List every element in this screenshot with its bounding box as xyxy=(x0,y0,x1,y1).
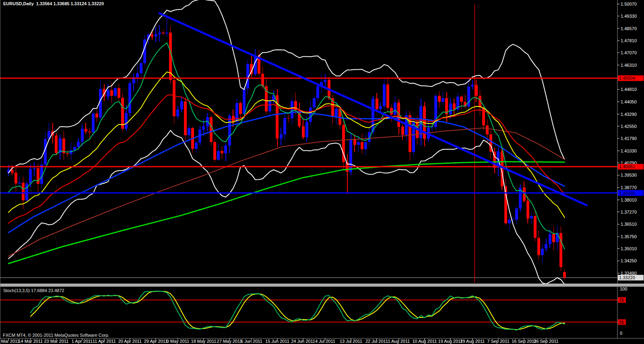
candle-body xyxy=(453,103,456,109)
candle-body xyxy=(162,33,165,33)
candle-body xyxy=(475,85,478,96)
candle-body xyxy=(534,216,537,238)
date-tick-label[interactable]: 1 Apr 2011 xyxy=(72,339,93,344)
candle-body xyxy=(18,183,21,183)
price-tick-label: 1.49330 xyxy=(621,14,637,19)
candle-body xyxy=(515,208,518,219)
price-tick-label: 1.41790 xyxy=(621,136,637,141)
date-tick-label[interactable]: 4 Jul 2011 xyxy=(315,339,335,344)
date-tick-label[interactable]: 10 Aug 2011 xyxy=(412,339,437,344)
date-tick-label[interactable]: 14 Mar 2011 xyxy=(18,339,43,344)
candle-body xyxy=(151,35,153,36)
candle-body xyxy=(118,88,120,98)
price-tick-label: 1.50070 xyxy=(621,2,637,6)
chart-title: EURUSD,Daily1.33564 1.33685 1.33124 1.33… xyxy=(3,1,106,6)
date-tick-label[interactable]: 22 Jul 2011 xyxy=(365,339,388,344)
date-tick-label[interactable]: 16 Sep 2011 xyxy=(512,339,537,344)
date-tick-label[interactable]: 27 May 2011 xyxy=(217,339,242,344)
candle-body xyxy=(316,86,319,98)
axis-price-marker-label: 1.40051 xyxy=(619,164,635,169)
candle-body xyxy=(508,220,511,223)
date-tick-label[interactable]: 26 Sep 2011 xyxy=(534,339,559,344)
price-tick-label: 1.36510 xyxy=(621,222,637,227)
candle-body xyxy=(210,117,213,142)
stoch-scale-label: 0 xyxy=(620,331,622,336)
candle-body xyxy=(228,116,231,146)
date-tick-label[interactable]: 29 Aug 2011 xyxy=(460,339,485,344)
candle-body xyxy=(184,101,187,135)
candle-body xyxy=(309,107,312,122)
axis-price-marker-label: 1.45504 xyxy=(619,76,635,80)
candle-body xyxy=(85,129,87,132)
date-tick-label[interactable]: 19 Aug 2011 xyxy=(438,339,463,344)
candle-body xyxy=(33,168,36,169)
candle-body xyxy=(552,234,555,243)
price-tick-label: 1.34250 xyxy=(621,258,637,263)
candle-body xyxy=(549,234,551,244)
date-tick-label[interactable]: 23 Mar 2011 xyxy=(44,339,68,344)
candle-body xyxy=(128,83,131,113)
stoch-scale-label: 100 xyxy=(620,286,627,291)
symbol-period-label: EURUSD,Daily xyxy=(3,1,34,6)
date-tick-label[interactable]: 7 Sep 2011 xyxy=(487,339,509,344)
candle-body xyxy=(460,97,463,102)
date-tick-label[interactable]: 13 Jul 2011 xyxy=(340,339,362,344)
candle-body xyxy=(364,142,367,149)
axis-price-marker-label: 25 xyxy=(619,320,624,325)
candle-body xyxy=(81,129,84,141)
panel-splitter[interactable] xyxy=(0,284,644,287)
candle-body xyxy=(37,168,39,184)
date-tick-label[interactable]: 6 Jun 2011 xyxy=(241,339,262,344)
candle-body xyxy=(92,113,95,132)
date-tick-label[interactable]: 20 Apr 2011 xyxy=(118,339,142,344)
candle-body xyxy=(530,216,533,218)
price-tick-label: 1.43290 xyxy=(621,112,637,117)
candle-body xyxy=(376,99,378,109)
candle-body xyxy=(335,109,338,116)
candle-body xyxy=(394,103,396,115)
date-tick-label[interactable]: 11 Apr 2011 xyxy=(93,339,116,344)
candle-body xyxy=(486,126,489,134)
price-tick-label: 1.35750 xyxy=(621,234,637,239)
candle-body xyxy=(261,74,264,86)
candle-body xyxy=(324,80,326,82)
candle-body xyxy=(110,90,113,96)
price-tick-label: 1.47070 xyxy=(621,50,637,55)
candle-body xyxy=(158,33,161,34)
candle-body xyxy=(537,238,540,255)
candle-body xyxy=(180,101,183,109)
candle-body xyxy=(559,233,562,267)
candle-body xyxy=(431,127,433,128)
candle-body xyxy=(11,170,14,172)
price-tick-label: 1.35010 xyxy=(621,246,637,251)
price-tick-label: 1.44050 xyxy=(621,99,637,104)
candle-body xyxy=(221,151,223,153)
date-tick-label[interactable]: 29 Apr 2011 xyxy=(144,339,168,344)
candle-body xyxy=(55,136,58,153)
candle-body xyxy=(283,118,286,135)
date-tick-label[interactable]: 4 Mar 2011 xyxy=(0,339,19,344)
candle-body xyxy=(287,118,290,118)
candle-body xyxy=(305,122,308,137)
candle-body xyxy=(563,272,566,278)
date-tick-label[interactable]: 1 Aug 2011 xyxy=(388,339,410,344)
axis-price-marker-label: 75 xyxy=(619,298,624,303)
price-tick-label: 1.41030 xyxy=(621,148,637,153)
chart-canvas[interactable]: 1.500701.493301.485701.478101.470701.463… xyxy=(0,0,644,344)
candle-body xyxy=(202,126,205,130)
date-tick-label[interactable]: 18 May 2011 xyxy=(191,339,217,344)
date-tick-label[interactable]: 9 May 2011 xyxy=(167,339,190,344)
price-tick-label: 1.46310 xyxy=(621,63,637,68)
candle-body xyxy=(386,84,389,108)
price-tick-label: 1.47810 xyxy=(621,38,637,43)
candle-body xyxy=(239,103,242,114)
date-tick-label[interactable]: 15 Jun 2011 xyxy=(265,339,289,344)
candle-body xyxy=(353,139,356,145)
candle-body xyxy=(449,103,452,114)
candle-body xyxy=(545,244,547,249)
price-tick-label: 1.48570 xyxy=(621,26,637,31)
candle-body xyxy=(125,113,128,129)
candle-body xyxy=(29,169,32,183)
candle-body xyxy=(88,132,91,132)
date-tick-label[interactable]: 24 Jun 2011 xyxy=(291,339,315,344)
